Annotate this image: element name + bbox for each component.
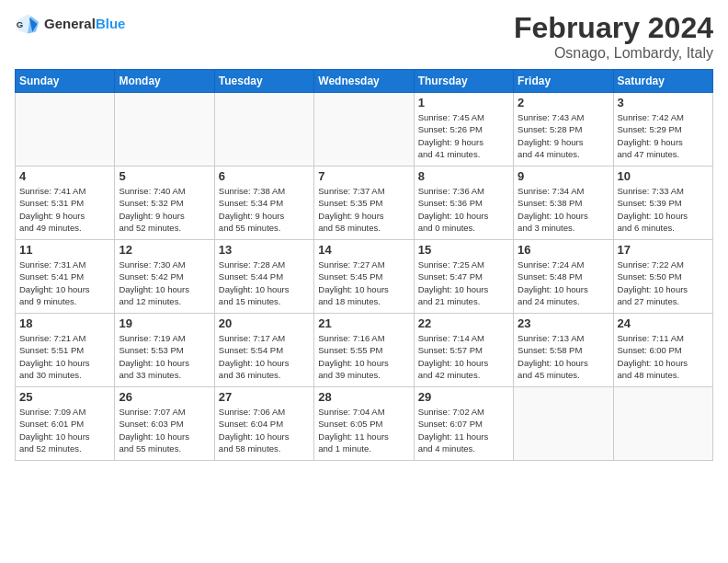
day-info: Sunrise: 7:31 AM Sunset: 5:41 PM Dayligh… <box>19 259 110 307</box>
week-row-3: 18Sunrise: 7:21 AM Sunset: 5:51 PM Dayli… <box>16 314 713 387</box>
day-cell: 4Sunrise: 7:41 AM Sunset: 5:31 PM Daylig… <box>16 167 115 240</box>
day-cell: 13Sunrise: 7:28 AM Sunset: 5:44 PM Dayli… <box>214 240 313 314</box>
week-row-0: 1Sunrise: 7:45 AM Sunset: 5:26 PM Daylig… <box>16 93 713 167</box>
col-friday: Friday <box>514 70 613 93</box>
day-cell <box>115 93 214 167</box>
day-cell <box>514 387 613 461</box>
col-wednesday: Wednesday <box>314 70 414 93</box>
day-number: 26 <box>119 390 210 404</box>
day-number: 10 <box>618 169 709 183</box>
day-cell <box>314 93 414 167</box>
day-cell: 2Sunrise: 7:43 AM Sunset: 5:28 PM Daylig… <box>514 93 613 167</box>
main-title: February 2024 <box>514 11 713 45</box>
day-cell: 23Sunrise: 7:13 AM Sunset: 5:58 PM Dayli… <box>514 314 613 387</box>
day-number: 14 <box>318 243 409 257</box>
day-number: 7 <box>318 169 409 183</box>
header: G GeneralBlue February 2024 Osnago, Lomb… <box>15 11 713 62</box>
col-saturday: Saturday <box>613 70 712 93</box>
day-cell: 19Sunrise: 7:19 AM Sunset: 5:53 PM Dayli… <box>115 314 214 387</box>
day-cell: 11Sunrise: 7:31 AM Sunset: 5:41 PM Dayli… <box>16 240 115 314</box>
day-info: Sunrise: 7:17 AM Sunset: 5:54 PM Dayligh… <box>219 332 310 381</box>
day-info: Sunrise: 7:28 AM Sunset: 5:44 PM Dayligh… <box>219 259 310 307</box>
day-cell: 20Sunrise: 7:17 AM Sunset: 5:54 PM Dayli… <box>214 314 313 387</box>
day-number: 3 <box>618 96 709 109</box>
day-cell: 22Sunrise: 7:14 AM Sunset: 5:57 PM Dayli… <box>414 314 513 387</box>
week-row-1: 4Sunrise: 7:41 AM Sunset: 5:31 PM Daylig… <box>16 167 713 240</box>
day-info: Sunrise: 7:38 AM Sunset: 5:34 PM Dayligh… <box>219 185 310 234</box>
day-info: Sunrise: 7:36 AM Sunset: 5:36 PM Dayligh… <box>418 185 509 234</box>
col-tuesday: Tuesday <box>214 70 313 93</box>
day-info: Sunrise: 7:04 AM Sunset: 6:05 PM Dayligh… <box>318 406 409 454</box>
day-cell: 15Sunrise: 7:25 AM Sunset: 5:47 PM Dayli… <box>414 240 513 314</box>
day-info: Sunrise: 7:11 AM Sunset: 6:00 PM Dayligh… <box>618 332 709 381</box>
day-cell: 27Sunrise: 7:06 AM Sunset: 6:04 PM Dayli… <box>214 387 313 461</box>
day-cell: 9Sunrise: 7:34 AM Sunset: 5:38 PM Daylig… <box>514 167 613 240</box>
day-number: 20 <box>219 316 310 330</box>
day-cell: 6Sunrise: 7:38 AM Sunset: 5:34 PM Daylig… <box>214 167 313 240</box>
svg-text:G: G <box>17 19 23 29</box>
day-cell: 5Sunrise: 7:40 AM Sunset: 5:32 PM Daylig… <box>115 167 214 240</box>
day-number: 5 <box>119 169 210 183</box>
day-number: 21 <box>318 316 409 330</box>
logo-text: GeneralBlue <box>44 17 125 32</box>
day-info: Sunrise: 7:24 AM Sunset: 5:48 PM Dayligh… <box>518 259 609 307</box>
day-info: Sunrise: 7:37 AM Sunset: 5:35 PM Dayligh… <box>318 185 409 234</box>
day-number: 6 <box>219 169 310 183</box>
subtitle: Osnago, Lombardy, Italy <box>514 45 713 62</box>
title-block: February 2024 Osnago, Lombardy, Italy <box>514 11 713 62</box>
day-number: 13 <box>219 243 310 257</box>
day-info: Sunrise: 7:21 AM Sunset: 5:51 PM Dayligh… <box>19 332 110 381</box>
day-number: 1 <box>418 96 509 109</box>
day-info: Sunrise: 7:45 AM Sunset: 5:26 PM Dayligh… <box>418 111 509 160</box>
day-info: Sunrise: 7:27 AM Sunset: 5:45 PM Dayligh… <box>318 259 409 307</box>
day-info: Sunrise: 7:14 AM Sunset: 5:57 PM Dayligh… <box>418 332 509 381</box>
day-info: Sunrise: 7:34 AM Sunset: 5:38 PM Dayligh… <box>518 185 609 234</box>
day-info: Sunrise: 7:09 AM Sunset: 6:01 PM Dayligh… <box>19 406 110 454</box>
day-cell: 16Sunrise: 7:24 AM Sunset: 5:48 PM Dayli… <box>514 240 613 314</box>
day-info: Sunrise: 7:43 AM Sunset: 5:28 PM Dayligh… <box>518 111 609 160</box>
day-number: 9 <box>518 169 609 183</box>
day-info: Sunrise: 7:42 AM Sunset: 5:29 PM Dayligh… <box>618 111 709 160</box>
day-cell: 12Sunrise: 7:30 AM Sunset: 5:42 PM Dayli… <box>115 240 214 314</box>
day-cell: 7Sunrise: 7:37 AM Sunset: 5:35 PM Daylig… <box>314 167 414 240</box>
day-info: Sunrise: 7:25 AM Sunset: 5:47 PM Dayligh… <box>418 259 509 307</box>
day-info: Sunrise: 7:07 AM Sunset: 6:03 PM Dayligh… <box>119 406 210 454</box>
day-number: 22 <box>418 316 509 330</box>
day-info: Sunrise: 7:19 AM Sunset: 5:53 PM Dayligh… <box>119 332 210 381</box>
day-cell: 28Sunrise: 7:04 AM Sunset: 6:05 PM Dayli… <box>314 387 414 461</box>
day-info: Sunrise: 7:22 AM Sunset: 5:50 PM Dayligh… <box>618 259 709 307</box>
day-cell: 1Sunrise: 7:45 AM Sunset: 5:26 PM Daylig… <box>414 93 513 167</box>
day-number: 15 <box>418 243 509 257</box>
day-number: 23 <box>518 316 609 330</box>
header-row: Sunday Monday Tuesday Wednesday Thursday… <box>16 70 713 93</box>
day-number: 18 <box>19 316 110 330</box>
day-info: Sunrise: 7:06 AM Sunset: 6:04 PM Dayligh… <box>219 406 310 454</box>
calendar-table: Sunday Monday Tuesday Wednesday Thursday… <box>15 69 713 461</box>
page: G GeneralBlue February 2024 Osnago, Lomb… <box>0 0 728 563</box>
logo-blue: Blue <box>96 16 126 31</box>
day-number: 28 <box>318 390 409 404</box>
logo-icon: G <box>15 11 40 37</box>
day-info: Sunrise: 7:40 AM Sunset: 5:32 PM Dayligh… <box>119 185 210 234</box>
day-cell: 18Sunrise: 7:21 AM Sunset: 5:51 PM Dayli… <box>16 314 115 387</box>
day-cell: 17Sunrise: 7:22 AM Sunset: 5:50 PM Dayli… <box>613 240 712 314</box>
day-number: 2 <box>518 96 609 109</box>
day-number: 12 <box>119 243 210 257</box>
day-info: Sunrise: 7:30 AM Sunset: 5:42 PM Dayligh… <box>119 259 210 307</box>
day-info: Sunrise: 7:33 AM Sunset: 5:39 PM Dayligh… <box>618 185 709 234</box>
day-number: 17 <box>618 243 709 257</box>
day-number: 19 <box>119 316 210 330</box>
day-number: 4 <box>19 169 110 183</box>
day-cell: 8Sunrise: 7:36 AM Sunset: 5:36 PM Daylig… <box>414 167 513 240</box>
logo-general: General <box>44 16 96 31</box>
day-number: 24 <box>618 316 709 330</box>
day-number: 27 <box>219 390 310 404</box>
day-cell: 14Sunrise: 7:27 AM Sunset: 5:45 PM Dayli… <box>314 240 414 314</box>
col-monday: Monday <box>115 70 214 93</box>
day-number: 11 <box>19 243 110 257</box>
col-sunday: Sunday <box>16 70 115 93</box>
day-info: Sunrise: 7:16 AM Sunset: 5:55 PM Dayligh… <box>318 332 409 381</box>
day-cell <box>16 93 115 167</box>
day-info: Sunrise: 7:02 AM Sunset: 6:07 PM Dayligh… <box>418 406 509 454</box>
day-cell: 29Sunrise: 7:02 AM Sunset: 6:07 PM Dayli… <box>414 387 513 461</box>
